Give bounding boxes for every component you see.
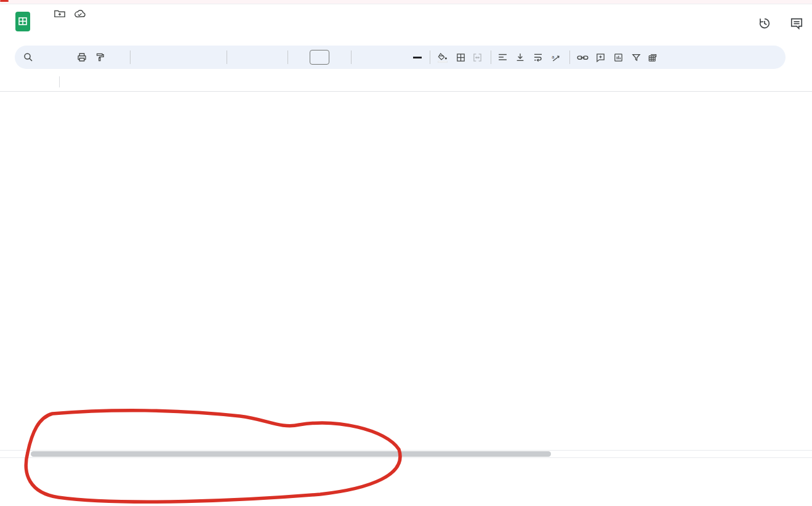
more-formats-icon[interactable] <box>206 49 223 66</box>
redo-icon[interactable] <box>55 49 73 66</box>
data-table-icon[interactable] <box>645 49 662 66</box>
top-strip <box>0 0 812 4</box>
decrease-decimal-icon[interactable] <box>170 49 187 66</box>
menu-bar <box>37 23 86 39</box>
app-header <box>0 4 812 41</box>
create-filter-icon[interactable] <box>627 49 645 66</box>
fill-color-icon[interactable] <box>434 49 451 66</box>
version-history-icon[interactable] <box>758 17 771 33</box>
svg-text:a: a <box>552 54 555 60</box>
borders-icon[interactable] <box>452 49 469 66</box>
horizontal-scrollbar[interactable] <box>31 451 551 457</box>
text-rotation-icon[interactable]: a <box>549 49 566 66</box>
increase-font-size-button[interactable] <box>330 49 347 66</box>
google-sheets-app: a <box>0 0 812 506</box>
percent-format-icon[interactable] <box>152 49 169 66</box>
text-wrap-icon[interactable] <box>531 49 548 66</box>
red-annotation-dash <box>0 0 9 2</box>
horizontal-align-icon[interactable] <box>495 49 512 66</box>
all-sheets-menu-icon[interactable] <box>53 461 71 480</box>
scrollbar-track-line <box>0 450 812 451</box>
font-size-input[interactable] <box>310 50 329 65</box>
merge-cells-icon[interactable] <box>470 49 487 66</box>
toolbar-band: a <box>0 41 812 73</box>
spreadsheet-grid <box>0 92 812 451</box>
vertical-align-icon[interactable] <box>513 49 530 66</box>
decrease-font-size-button[interactable] <box>292 49 309 66</box>
cloud-saved-icon[interactable] <box>74 9 86 20</box>
insert-chart-icon[interactable] <box>609 49 627 66</box>
add-sheet-button[interactable] <box>28 461 47 480</box>
toolbar: a <box>15 46 786 69</box>
print-icon[interactable] <box>73 49 90 66</box>
move-folder-icon[interactable] <box>54 9 65 20</box>
insert-link-icon[interactable] <box>574 49 591 66</box>
bold-button[interactable] <box>355 49 372 66</box>
insert-comment-icon[interactable] <box>592 49 609 66</box>
font-family-select[interactable] <box>231 49 284 66</box>
undo-icon[interactable] <box>38 49 55 66</box>
italic-button[interactable] <box>373 49 390 66</box>
search-icon[interactable] <box>20 49 37 66</box>
zoom-control[interactable] <box>109 49 126 66</box>
paint-format-icon[interactable] <box>91 49 108 66</box>
comment-history-icon[interactable] <box>790 17 803 33</box>
currency-format-icon[interactable] <box>134 49 151 66</box>
text-color-button[interactable] <box>409 49 426 66</box>
increase-decimal-icon[interactable] <box>188 49 205 66</box>
strikethrough-button[interactable] <box>391 49 408 66</box>
sheets-logo-icon[interactable] <box>15 10 31 35</box>
functions-icon[interactable] <box>663 49 680 66</box>
formula-bar <box>0 73 812 92</box>
sheet-tab-bar <box>0 458 812 483</box>
